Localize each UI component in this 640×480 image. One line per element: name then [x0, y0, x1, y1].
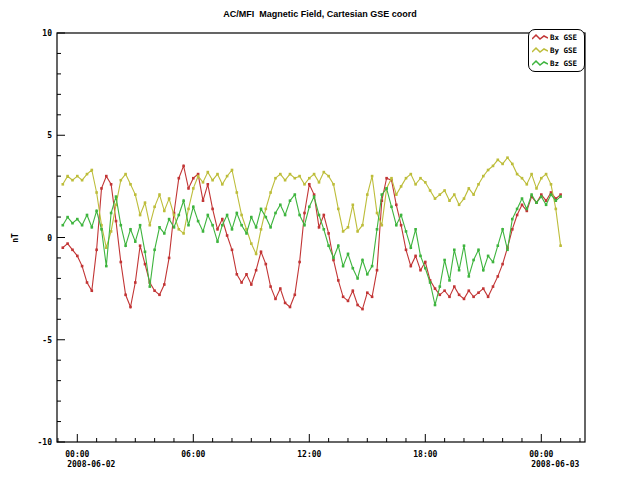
- x-tick-label: 00:00: [65, 450, 89, 459]
- bz-line-sample-icon: [532, 59, 548, 68]
- y-tick-label: -5: [42, 336, 52, 345]
- x-tick-label: 18:00: [413, 450, 437, 459]
- legend-row: By GSE: [532, 44, 584, 57]
- y-tick-label: 10: [42, 29, 52, 38]
- x-axis-ticks: 00:0006:0012:0018:0000:002008-06-022008-…: [58, 434, 580, 469]
- legend-row: Bx GSE: [532, 31, 584, 44]
- y-tick-label: 0: [47, 234, 52, 243]
- x-date-start: 2008-06-02: [67, 460, 115, 469]
- legend-label: Bz GSE: [550, 59, 577, 68]
- by-line-sample-icon: [532, 46, 548, 55]
- legend-label: Bx GSE: [550, 33, 577, 42]
- x-tick-label: 00:00: [529, 450, 553, 459]
- y-tick-label: 5: [47, 131, 52, 140]
- y-tick-label: -10: [38, 438, 53, 447]
- x-date-end: 2008-06-03: [531, 460, 579, 469]
- bx-line-sample-icon: [532, 33, 548, 42]
- plot-area: 1050-5-1000:0006:0012:0018:0000:002008-0…: [0, 0, 640, 480]
- legend-box: Bx GSE By GSE Bz GSE: [528, 29, 585, 72]
- x-tick-label: 06:00: [181, 450, 205, 459]
- series-bz-gse: [62, 187, 562, 306]
- y-axis-ticks: 1050-5-10: [38, 29, 65, 447]
- plot-window: AC/MFI Magnetic Field, Cartesian GSE coo…: [0, 0, 640, 480]
- legend-row: Bz GSE: [532, 57, 584, 70]
- legend-label: By GSE: [550, 46, 577, 55]
- x-tick-label: 12:00: [297, 450, 321, 459]
